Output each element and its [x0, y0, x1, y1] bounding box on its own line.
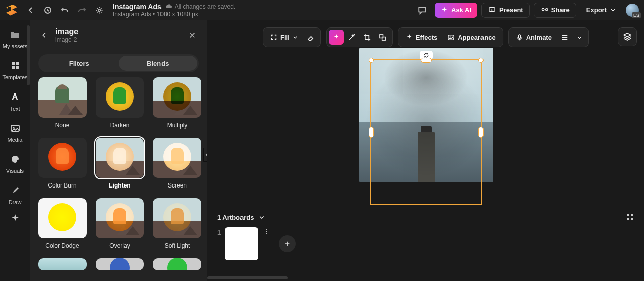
plus-icon	[284, 240, 291, 247]
ai-enhance-button[interactable]	[329, 30, 344, 45]
rail-text[interactable]: A Text	[0, 91, 30, 112]
brush-icon	[10, 185, 21, 196]
resize-handle-ml[interactable]	[369, 127, 374, 138]
chevron-down-icon[interactable]	[259, 214, 265, 220]
blend-more-1[interactable]	[38, 258, 87, 270]
canvas-image[interactable]	[359, 48, 493, 182]
animate-button[interactable]: Animate	[511, 30, 557, 45]
layers-icon	[623, 32, 632, 41]
comments-button[interactable]	[414, 3, 431, 18]
rail-label: Draw	[9, 199, 22, 205]
fill-button[interactable]: Fill	[265, 30, 303, 45]
panel-back-button[interactable]	[38, 29, 50, 41]
artboard-thumbnail[interactable]	[225, 227, 258, 260]
sparkle-icon	[10, 213, 21, 224]
blend-more-3[interactable]	[153, 258, 201, 270]
blend-screen[interactable]: Screen	[153, 138, 201, 189]
tab-filters[interactable]: Filters	[40, 56, 119, 71]
resize-handle-tl[interactable]	[369, 58, 374, 63]
erase-bg-button[interactable]	[303, 30, 318, 45]
blend-soft-light[interactable]: Soft Light	[153, 198, 201, 249]
document-title[interactable]: Instagram Ads	[113, 3, 162, 11]
artboards-grid-view[interactable]	[626, 213, 634, 221]
blend-none[interactable]: None	[38, 77, 87, 129]
tab-blends[interactable]: Blends	[119, 56, 198, 71]
save-status: All changes are saved.	[166, 3, 235, 10]
add-artboard-button[interactable]	[279, 235, 296, 252]
export-button[interactable]: Export	[580, 3, 622, 18]
avatar-badge: ES	[632, 12, 641, 18]
layers-button[interactable]	[618, 27, 637, 46]
svg-point-1	[98, 9, 100, 11]
appearance-button[interactable]: Appearance	[442, 30, 500, 45]
rail-label: Templates	[2, 74, 27, 80]
rail-scrollbar[interactable]	[27, 25, 30, 85]
save-status-text: All changes are saved.	[175, 3, 235, 10]
sparkle-icon	[406, 34, 413, 41]
redo-button[interactable]	[73, 3, 91, 18]
rail-ai[interactable]	[0, 213, 30, 224]
rail-visuals[interactable]: Visuals	[0, 154, 30, 174]
back-button[interactable]	[22, 3, 39, 18]
rail-templates[interactable]: Templates	[0, 60, 30, 80]
artboards-heading[interactable]: 1 Artboards	[217, 214, 254, 221]
blend-color-burn[interactable]: Color Burn	[38, 138, 87, 189]
ask-ai-button[interactable]: Ask AI	[435, 3, 477, 18]
undo-button[interactable]	[56, 3, 73, 18]
svg-rect-11	[382, 37, 385, 40]
blend-label: None	[55, 122, 70, 129]
replace-image-button[interactable]	[375, 30, 390, 45]
image-icon	[447, 34, 455, 41]
svg-point-13	[450, 36, 451, 37]
blend-darken[interactable]: Darken	[96, 77, 144, 129]
magic-wand-button[interactable]	[344, 30, 359, 45]
appearance-label: Appearance	[458, 34, 495, 41]
svg-rect-10	[380, 34, 383, 38]
top-bar: Instagram Ads All changes are saved. Ins…	[0, 0, 644, 20]
chevron-down-icon	[610, 7, 616, 13]
portrait-overlay	[359, 48, 493, 182]
present-button[interactable]: Present	[481, 3, 530, 18]
resize-handle-tr[interactable]	[478, 58, 484, 63]
rail-media[interactable]: Media	[0, 123, 30, 143]
rail-draw[interactable]: Draw	[0, 185, 30, 205]
settings-button[interactable]	[91, 3, 108, 18]
blend-overlay[interactable]: Overlay	[96, 198, 144, 249]
user-avatar[interactable]: ES	[626, 4, 639, 17]
history-button[interactable]	[39, 3, 56, 18]
artboard-menu-button[interactable]: ⋮	[263, 227, 270, 235]
resize-handle-tm[interactable]	[421, 58, 432, 63]
wand-icon	[348, 34, 355, 41]
resize-handle-mr[interactable]	[478, 127, 484, 138]
canvas-viewport[interactable]	[207, 48, 644, 207]
grid-icon	[626, 213, 634, 221]
image-panel: image image-2 Filters Blends None Darke	[30, 20, 207, 281]
more-options-button[interactable]	[573, 30, 586, 45]
media-icon	[10, 123, 21, 134]
blend-label: Color Dodge	[45, 242, 79, 249]
blend-more-2[interactable]	[96, 258, 144, 270]
rail-label: My assets	[3, 43, 28, 49]
svg-rect-18	[631, 218, 633, 220]
swap-icon	[379, 34, 386, 41]
rail-my-assets[interactable]: My assets	[0, 29, 30, 49]
blend-label: Lighten	[109, 182, 130, 189]
share-icon	[540, 6, 548, 14]
share-button[interactable]: Share	[534, 3, 576, 18]
cloud-icon	[166, 3, 172, 10]
blend-lighten[interactable]: Lighten	[96, 138, 144, 189]
artboard-thumb-1[interactable]: 1 ⋮	[217, 227, 270, 260]
app-logo-icon[interactable]	[6, 5, 17, 16]
panel-close-button[interactable]	[186, 29, 199, 42]
panel-title: image	[55, 27, 181, 36]
scrollbar-thumb[interactable]	[207, 276, 288, 279]
svg-rect-6	[12, 66, 15, 69]
context-toolbar: Fill Effects	[263, 27, 589, 47]
blend-multiply[interactable]: Multiply	[153, 77, 201, 129]
align-button[interactable]	[557, 30, 573, 45]
horizontal-scrollbar[interactable]	[207, 275, 644, 281]
effects-button[interactable]: Effects	[400, 30, 442, 45]
effects-label: Effects	[416, 34, 437, 41]
crop-button[interactable]	[359, 30, 375, 45]
blend-color-dodge[interactable]: Color Dodge	[38, 198, 87, 249]
